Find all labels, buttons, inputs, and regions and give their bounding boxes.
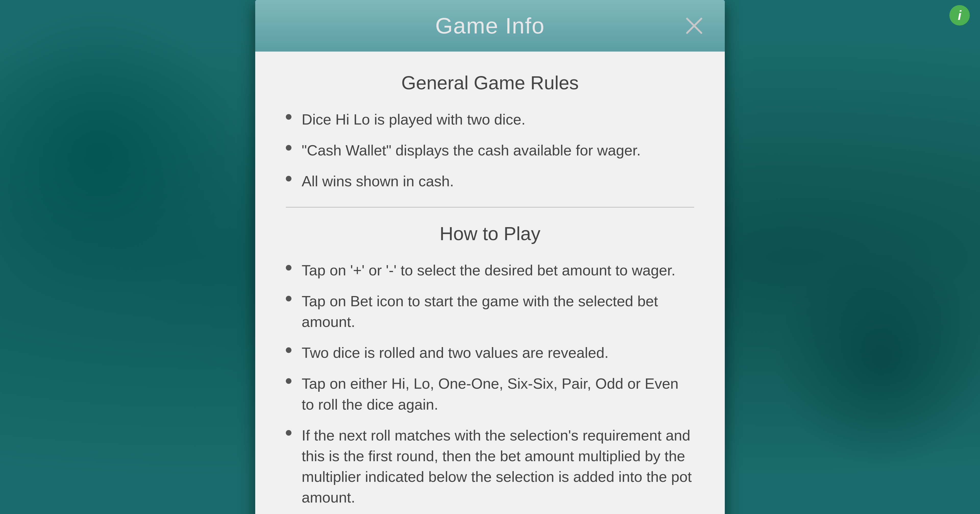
modal-overlay: Game Info General Game Rules Dice Hi Lo … <box>0 0 980 514</box>
general-rules-title: General Game Rules <box>286 72 694 94</box>
how-to-play-list: Tap on '+' or '-' to select the desired … <box>286 260 694 514</box>
info-icon[interactable]: i <box>950 5 970 25</box>
bullet-dot <box>286 265 291 271</box>
bullet-dot <box>286 145 291 151</box>
bullet-dot <box>286 176 291 181</box>
list-item: "Cash Wallet" displays the cash availabl… <box>286 140 694 161</box>
modal-body: General Game Rules Dice Hi Lo is played … <box>255 52 725 514</box>
general-rules-section: General Game Rules Dice Hi Lo is played … <box>286 72 694 192</box>
list-item-text: "Cash Wallet" displays the cash availabl… <box>302 140 641 161</box>
info-icon-label: i <box>958 8 961 23</box>
close-icon <box>685 17 703 35</box>
how-to-play-section: How to Play Tap on '+' or '-' to select … <box>286 223 694 514</box>
list-item-text: Two dice is rolled and two values are re… <box>302 342 609 363</box>
bullet-dot <box>286 378 291 384</box>
list-item: If the next roll matches with the select… <box>286 425 694 508</box>
list-item: Two dice is rolled and two values are re… <box>286 342 694 363</box>
list-item: Dice Hi Lo is played with two dice. <box>286 109 694 130</box>
how-to-play-title: How to Play <box>286 223 694 245</box>
list-item: Tap on '+' or '-' to select the desired … <box>286 260 694 280</box>
list-item-text: If the next roll matches with the select… <box>302 425 694 508</box>
section-divider <box>286 207 694 207</box>
bullet-dot <box>286 430 291 436</box>
list-item-text: Tap on Bet icon to start the game with t… <box>302 291 694 332</box>
list-item-text: Dice Hi Lo is played with two dice. <box>302 109 525 130</box>
list-item: All wins shown in cash. <box>286 171 694 191</box>
list-item: Tap on Bet icon to start the game with t… <box>286 291 694 332</box>
list-item-text: All wins shown in cash. <box>302 171 454 191</box>
general-rules-list: Dice Hi Lo is played with two dice. "Cas… <box>286 109 694 192</box>
list-item-text: Tap on '+' or '-' to select the desired … <box>302 260 676 280</box>
modal-header: Game Info <box>255 0 725 52</box>
game-info-modal: Game Info General Game Rules Dice Hi Lo … <box>255 0 725 514</box>
bullet-dot <box>286 347 291 353</box>
modal-title: Game Info <box>435 13 545 39</box>
list-item: Tap on either Hi, Lo, One-One, Six-Six, … <box>286 373 694 414</box>
list-item-text: Tap on either Hi, Lo, One-One, Six-Six, … <box>302 373 694 414</box>
bullet-dot <box>286 296 291 301</box>
bullet-dot <box>286 114 291 120</box>
close-button[interactable] <box>684 16 704 36</box>
